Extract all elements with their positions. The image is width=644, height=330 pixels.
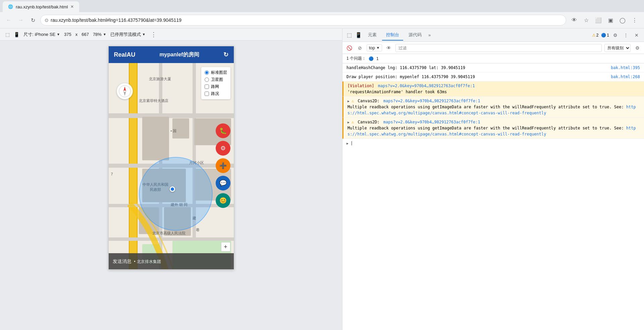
console-entry-4-content: ▶ ⚠ Canvas2D: maps?v=2.0&key=970b4…98291… bbox=[347, 98, 640, 116]
location-dot-icon: • bbox=[134, 259, 136, 264]
address-bar[interactable]: ⊙ rau.xzynb.top/test/bak.html#lng=116.43… bbox=[40, 15, 566, 25]
back-button[interactable]: ← bbox=[4, 15, 13, 25]
devtools-settings-button[interactable]: ⚙ bbox=[610, 31, 620, 40]
top-context-selector[interactable]: top ▼ bbox=[367, 44, 382, 51]
info-count: 1 bbox=[607, 33, 609, 38]
console-entry-5-expand[interactable]: ▶ bbox=[347, 120, 352, 124]
devtools-more-button[interactable]: ⋮ bbox=[621, 31, 631, 40]
phone-frame: RealAU mypanlef的房间 ↻ bbox=[108, 46, 234, 270]
layer-traffic-checkbox[interactable] bbox=[205, 92, 209, 96]
more-options-button[interactable]: ⋮ bbox=[150, 31, 158, 39]
refresh-button[interactable]: ↻ bbox=[28, 15, 38, 25]
top-context-label: top bbox=[369, 45, 375, 50]
action-btn-2[interactable]: ⚙ bbox=[216, 141, 230, 156]
issue-count-label: 1 个问题： bbox=[346, 56, 366, 61]
devtools-device-button[interactable]: 📱 bbox=[355, 31, 363, 39]
forward-button[interactable]: → bbox=[16, 15, 25, 25]
profile-button[interactable]: ◯ bbox=[617, 15, 628, 25]
compass[interactable] bbox=[117, 83, 133, 99]
devtools-inspect-button[interactable]: ⬚ bbox=[345, 31, 353, 39]
console-filter-input[interactable] bbox=[395, 44, 602, 52]
bookmark-button[interactable]: ☆ bbox=[581, 15, 592, 25]
layer-road-label[interactable]: 路网 bbox=[205, 84, 227, 90]
app-refresh-icon[interactable]: ↻ bbox=[223, 51, 228, 58]
console-entry-2: Draw player position: mypenlef 116.43757… bbox=[342, 72, 644, 81]
console-settings-button[interactable]: ⚙ bbox=[633, 44, 641, 52]
tab-bar: 🌐 rau.xzynb.top/test/bak.html ✕ bbox=[0, 0, 644, 12]
console-level-select[interactable]: 所有级别 bbox=[604, 44, 631, 52]
console-output: handleHashChange lng: 116.4375790 lat: 3… bbox=[342, 63, 644, 330]
zoom-value: 78% bbox=[93, 32, 102, 37]
issue-info-icon: 🔵 bbox=[369, 56, 374, 61]
action-icon-4: 💬 bbox=[219, 179, 227, 187]
zoom-plus-icon: + bbox=[224, 243, 227, 251]
console-entry-2-text: Draw player position: mypenlef 116.43757… bbox=[346, 74, 475, 79]
throttle-selector[interactable]: 已停用节流模式 ▼ bbox=[110, 32, 146, 38]
layer-standard-radio[interactable] bbox=[205, 70, 209, 75]
device-name: iPhone SE bbox=[35, 32, 55, 37]
url-text: rau.xzynb.top/test/bak.html#lng=116.4375… bbox=[51, 17, 562, 23]
console-entry-4-message: Multiple readback operations using getIm… bbox=[347, 105, 626, 109]
layer-satellite-text: 卫星图 bbox=[211, 77, 223, 82]
device-toolbar-inspect-icon: ⬚ bbox=[5, 32, 10, 37]
action-btn-5[interactable]: 😊 bbox=[216, 193, 230, 208]
console-entry-5-warning-icon: ⚠ bbox=[352, 120, 354, 124]
console-eye-button[interactable]: 👁 bbox=[385, 44, 393, 52]
device-dropdown-icon: ▼ bbox=[57, 33, 60, 36]
console-prompt: ▶ | bbox=[342, 139, 644, 148]
app-room-name: mypanlef的房间 bbox=[159, 51, 199, 58]
console-entry-1-text: handleHashChange lng: 116.4375790 lat: 3… bbox=[346, 65, 465, 70]
devtools-more-tabs[interactable]: » bbox=[427, 31, 432, 39]
map-zoom-plus-button[interactable]: + bbox=[221, 242, 230, 252]
tab-sources[interactable]: 源代码 bbox=[405, 30, 426, 41]
tab-elements[interactable]: 元素 bbox=[364, 30, 381, 41]
devtools-close-button[interactable]: ✕ bbox=[632, 31, 641, 40]
send-message-bar: 发送消息 • 北京排水集团 bbox=[109, 253, 234, 270]
console-entry-5-link[interactable]: maps?v=2.0&key=970b4…982912763acf0f7fe:1 bbox=[383, 120, 480, 124]
device-toolbar-device-icon: 📱 bbox=[14, 32, 19, 37]
eye-icon-btn[interactable]: 👁 bbox=[569, 15, 580, 25]
issue-bar: 1 个问题： 🔵 1 bbox=[342, 54, 644, 63]
layer-standard-text: 标准图层 bbox=[211, 70, 227, 75]
console-ban-button[interactable]: ⊘ bbox=[356, 44, 364, 52]
console-entry-1: handleHashChange lng: 116.4375790 lat: 3… bbox=[342, 63, 644, 72]
device-selector[interactable]: 尺寸: iPhone SE ▼ bbox=[23, 32, 60, 38]
info-blue-icon: 🔵 bbox=[601, 33, 606, 38]
console-entry-2-content: Draw player position: mypenlef 116.43757… bbox=[346, 74, 640, 80]
layer-road-checkbox[interactable] bbox=[205, 85, 209, 89]
browser-tab[interactable]: 🌐 rau.xzynb.top/test/bak.html ✕ bbox=[3, 1, 79, 12]
action-btn-1[interactable]: 🐛 bbox=[216, 123, 230, 138]
tab-console[interactable]: 控制台 bbox=[382, 30, 403, 41]
menu-button[interactable]: ⋮ bbox=[629, 15, 640, 25]
site-info-icon: ⊙ bbox=[45, 17, 49, 23]
info-badge: 🔵 1 bbox=[601, 33, 609, 38]
console-entry-4-prefix: Canvas2D: bbox=[358, 99, 380, 103]
tab-favicon: 🌐 bbox=[8, 4, 13, 9]
console-entry-3: [Violation] maps?v=2.0&key=970b4…9829127… bbox=[342, 81, 644, 97]
console-entry-3-link[interactable]: maps?v=2.0&key=970b4…982912763acf0f7fe:1 bbox=[378, 84, 475, 88]
app-logo: RealAU bbox=[114, 51, 136, 58]
layer-standard-label[interactable]: 标准图层 bbox=[205, 70, 227, 75]
throttle-label: 已停用节流模式 bbox=[110, 32, 141, 38]
layer-satellite-radio[interactable] bbox=[205, 77, 209, 82]
prompt-expand-icon: ▶ bbox=[346, 142, 348, 145]
zoom-selector[interactable]: 78% ▼ bbox=[93, 32, 106, 37]
main-content: ⬚ 📱 尺寸: iPhone SE ▼ 375 x 667 78% ▼ 已停用节… bbox=[0, 29, 644, 330]
console-clear-button[interactable]: 🚫 bbox=[345, 44, 353, 52]
extension-button[interactable]: ⬜ bbox=[593, 15, 604, 25]
layer-traffic-label[interactable]: 路况 bbox=[205, 91, 227, 97]
tab-title: rau.xzynb.top/test/bak.html bbox=[16, 4, 68, 9]
action-btn-3[interactable]: ➕ bbox=[216, 158, 230, 173]
tab-close-icon[interactable]: ✕ bbox=[70, 4, 74, 9]
map-container[interactable]: 北京旅游大厦 北京索菲特大酒店 • 国 月河小区 7 中华人民共和国民政部 建外… bbox=[109, 63, 234, 270]
action-icon-3: ➕ bbox=[219, 162, 227, 169]
console-entry-1-link[interactable]: bak.html:395 bbox=[611, 65, 640, 71]
split-button[interactable]: ▣ bbox=[605, 15, 616, 25]
send-message-button[interactable]: 发送消息 bbox=[113, 259, 131, 265]
action-btn-4[interactable]: 💬 bbox=[216, 176, 230, 190]
layer-satellite-label[interactable]: 卫星图 bbox=[205, 77, 227, 82]
app-header: RealAU mypanlef的房间 ↻ bbox=[109, 46, 234, 63]
console-entry-4-link[interactable]: maps?v=2.0&key=970b4…982912763acf0f7fe:1 bbox=[383, 99, 480, 103]
console-entry-2-link[interactable]: bak.html:268 bbox=[611, 74, 640, 80]
console-entry-4-expand[interactable]: ▶ bbox=[347, 99, 352, 103]
